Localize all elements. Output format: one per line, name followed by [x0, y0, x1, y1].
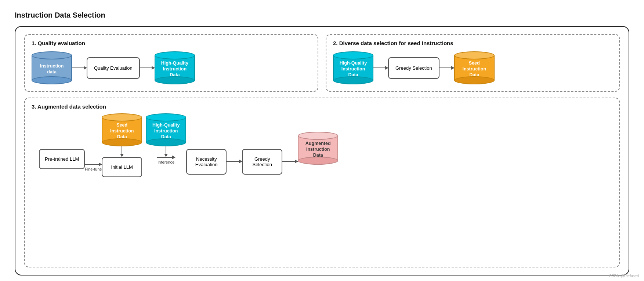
- arrow-gs-aug-line: [282, 161, 298, 162]
- section2-flow: High-QualityInstructionData Greedy Selec…: [333, 51, 612, 84]
- initial-llm-box: Initial LLM: [102, 157, 142, 177]
- augmented-col: AugmentedInstructionData: [298, 113, 338, 165]
- page-title: Instruction Data Selection: [15, 11, 629, 19]
- seed-data-cylinder-s2: SeedInstructionData: [454, 51, 495, 84]
- instruction-data-cylinder: Instructiondata: [32, 51, 72, 84]
- cyl-top: [298, 132, 338, 140]
- finetune-label: Fine-tune: [85, 167, 102, 171]
- seed-initialllm-col: SeedInstructionData Initial LLM: [102, 113, 142, 177]
- arrow4: [439, 67, 454, 68]
- arrow-line: Fine-tune: [85, 164, 102, 165]
- arrow-line: [227, 161, 242, 162]
- arrow-line: [72, 67, 87, 68]
- arrow1: [72, 67, 87, 68]
- cyl-top: [102, 113, 142, 121]
- watermark: CSDN @Re:fused: [609, 274, 639, 278]
- cyl-bottom: [298, 157, 338, 165]
- arrow-line: [439, 67, 454, 68]
- arrow-line: [373, 67, 388, 68]
- greedy-col: GreedySelection: [242, 113, 282, 175]
- necessity-evaluation-box: NecessityEvaluation: [186, 149, 227, 175]
- necessity-col: NecessityEvaluation: [186, 113, 227, 175]
- hq-data-cylinder-s1: High-QualityInstructionData: [155, 51, 195, 84]
- cyl-bottom: [32, 76, 72, 84]
- cyl-top: [454, 51, 495, 59]
- section2-box: 2. Diverse data selection for seed instr…: [326, 34, 620, 92]
- section3-title: 3. Augmented data selection: [32, 103, 612, 110]
- hq-data-cylinder-s2: High-QualityInstructionData: [333, 51, 373, 84]
- pretrained-col: Pre-trained LLM: [39, 113, 85, 169]
- greedy-selection-box-s2: Greedy Selection: [388, 57, 439, 79]
- page-container: Instruction Data Selection 1. Quality ev…: [0, 0, 644, 281]
- inference-arrow: Inference: [157, 157, 175, 158]
- section1-title: 1. Quality evaluation: [32, 40, 311, 46]
- section1-box: 1. Quality evaluation Instructiondata Qu…: [24, 34, 318, 92]
- outer-box: 1. Quality evaluation Instructiondata Qu…: [15, 26, 629, 275]
- section2-title: 2. Diverse data selection for seed instr…: [333, 40, 612, 46]
- cyl-top: [146, 113, 186, 121]
- cyl-top: [333, 51, 373, 59]
- greedy-selection-box-s3: GreedySelection: [242, 149, 282, 175]
- down-arrow-seed: [122, 146, 122, 157]
- cyl-bottom: [102, 138, 142, 146]
- arrow3: [373, 67, 388, 68]
- cyl-top: [32, 51, 72, 59]
- arrow-v-line: [122, 146, 122, 157]
- inference-arrow-wrapper: Inference: [157, 157, 175, 158]
- arrow-line: [282, 161, 298, 162]
- pretrained-llm-box: Pre-trained LLM: [39, 149, 85, 169]
- augmented-data-cylinder: AugmentedInstructionData: [298, 132, 338, 165]
- cyl-bottom: [155, 76, 195, 84]
- section3-box: 3. Augmented data selection Pre-trained …: [24, 98, 620, 267]
- finetune-arrow-col: Fine-tune: [85, 113, 102, 165]
- arrow-ne-gs-line: [227, 161, 242, 162]
- section1-flow: Instructiondata Quality Evaluation: [32, 51, 311, 84]
- cyl-bottom: [454, 76, 495, 84]
- down-arrow-hq: [166, 146, 166, 157]
- inference-label: Inference: [158, 160, 174, 164]
- seed-data-cylinder-s3: SeedInstructionData: [102, 113, 142, 146]
- arrow-line: Inference: [157, 157, 175, 158]
- arrow-gs-aug: [282, 113, 298, 162]
- hq-inference-col: High-QualityInstructionData Inference: [142, 113, 186, 158]
- arrow-line: [140, 67, 155, 68]
- cyl-bottom: [146, 138, 186, 146]
- hq-data-cylinder-s3: High-QualityInstructionData: [146, 113, 186, 146]
- cyl-bottom: [333, 76, 373, 84]
- arrow-ne-gs: [227, 113, 242, 162]
- arrow-v-line: [166, 146, 166, 157]
- finetune-arrow: Fine-tune: [85, 164, 102, 165]
- quality-evaluation-box: Quality Evaluation: [87, 57, 140, 79]
- cyl-top: [155, 51, 195, 59]
- arrow2: [140, 67, 155, 68]
- top-row: 1. Quality evaluation Instructiondata Qu…: [24, 34, 620, 92]
